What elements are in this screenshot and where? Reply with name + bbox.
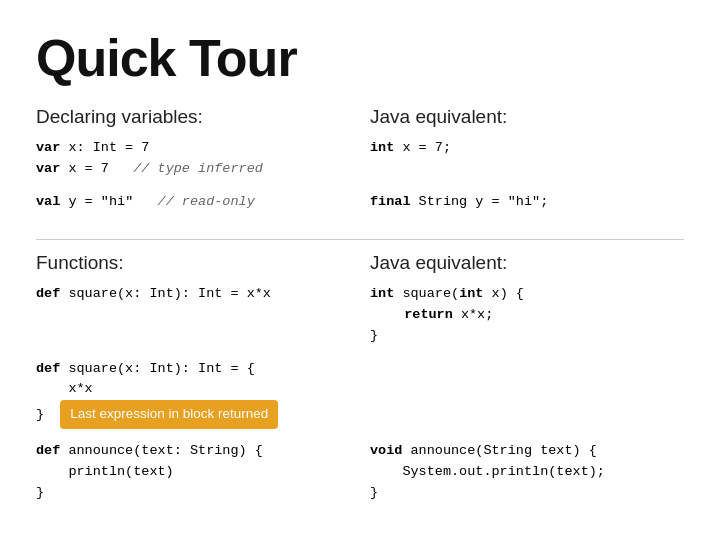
var-declarations-code: var x: Int = 7 var x = 7 // type inferre… bbox=[36, 138, 350, 180]
int-x-java-code: int x = 7; bbox=[370, 138, 684, 180]
empty-col-spacer bbox=[370, 359, 684, 430]
page-title: Quick Tour bbox=[36, 28, 684, 88]
def-announce-code: def announce(text: String) { println(tex… bbox=[36, 441, 350, 504]
java-equivalent-header-1: Java equivalent: bbox=[370, 106, 684, 128]
functions-header: Functions: bbox=[36, 252, 350, 274]
declaring-variables-header: Declaring variables: bbox=[36, 106, 350, 128]
final-string-java-code: final String y = "hi"; bbox=[370, 192, 684, 213]
int-square-java-code: int square(int x) { return x*x; } bbox=[370, 284, 684, 347]
java-equivalent-header-2: Java equivalent: bbox=[370, 252, 684, 274]
val-declaration-code: val y = "hi" // read-only bbox=[36, 192, 350, 213]
tooltip-box: Last expression in block returned bbox=[60, 400, 278, 429]
def-square-block-code: def square(x: Int): Int = { x*x } Last e… bbox=[36, 359, 350, 430]
void-announce-java-code: void announce(String text) { System.out.… bbox=[370, 441, 684, 504]
def-square-oneliner-code: def square(x: Int): Int = x*x bbox=[36, 284, 350, 347]
